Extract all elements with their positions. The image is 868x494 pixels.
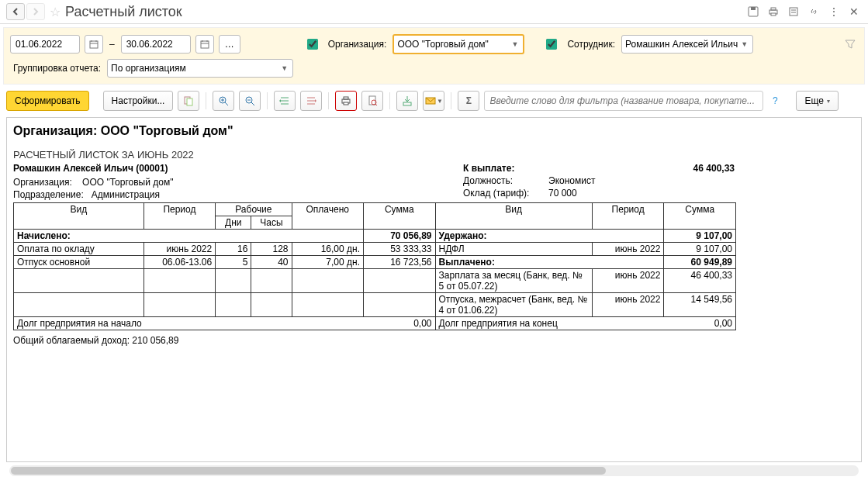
emp-filter-checkbox[interactable] (546, 39, 557, 50)
chevron-down-icon: ▾ (827, 98, 830, 105)
svg-rect-17 (187, 98, 192, 105)
report-org-header: Организация: ООО "Торговый дом" (13, 124, 855, 138)
save-icon[interactable] (745, 4, 761, 19)
org-filter-checkbox[interactable] (307, 39, 318, 50)
accrued-total: 70 056,89 (364, 230, 436, 243)
debt-start-value: 0,00 (364, 317, 436, 330)
print-button[interactable] (335, 91, 357, 111)
position-value: Экономист (548, 174, 595, 187)
table-row: Отпуска, межрасчет (Банк, вед. № 4 от 01… (14, 293, 736, 317)
email-button[interactable]: ▼ (423, 91, 444, 111)
table-row: Оплата по окладу июнь 2022 16 128 16,00 … (14, 243, 736, 256)
link-icon[interactable] (806, 4, 821, 19)
taxable-income: Общий облагаемый доход: 210 056,89 (13, 335, 855, 346)
favorite-icon[interactable]: ☆ (50, 5, 61, 19)
svg-rect-4 (771, 13, 776, 16)
accrued-label: Начислено: (14, 230, 364, 243)
debt-start-label: Долг предприятия на начало (14, 317, 364, 330)
grouping-value: По организациям (111, 63, 279, 74)
copy-settings-button[interactable] (178, 91, 199, 111)
position-label: Должность: (463, 174, 548, 187)
emp-select-value: Ромашкин Алексей Ильич (625, 39, 739, 50)
meta-org-label: Организация: (13, 177, 72, 188)
org-select[interactable]: ООО "Торговый дом" ▼ (393, 34, 524, 54)
th-workdays: Рабочие (216, 203, 292, 216)
date-to-input[interactable] (121, 35, 191, 54)
funnel-icon[interactable] (842, 36, 858, 52)
close-icon[interactable]: ✕ (846, 4, 862, 19)
more-button-label: Еще (804, 95, 823, 106)
nav-back-button[interactable] (6, 3, 25, 20)
date-from-input[interactable] (10, 35, 80, 54)
grouping-select[interactable]: По организациям ▼ (107, 59, 293, 78)
zoom-in-button[interactable] (213, 91, 234, 111)
meta-org-value: ООО "Торговый дом" (82, 177, 173, 188)
paid-label: Выплачено: (435, 256, 664, 269)
help-icon[interactable]: ? (768, 95, 782, 106)
svg-rect-33 (344, 102, 348, 105)
search-input[interactable] (484, 91, 763, 111)
topay-label: К выплате: (463, 162, 514, 174)
table-row: Отпуск основной 06.06-13.06 5 40 7,00 дн… (14, 256, 736, 269)
th-period-right: Период (592, 203, 664, 230)
slip-period-title: РАСЧЕТНЫЙ ЛИСТОК ЗА ИЮНЬ 2022 (13, 149, 855, 161)
settings-button[interactable]: Настройки... (103, 91, 174, 111)
topay-value: 46 400,33 (693, 162, 742, 174)
print-icon[interactable] (766, 4, 781, 19)
th-sum-left: Сумма (364, 203, 436, 230)
date-to-calendar-button[interactable] (195, 35, 214, 54)
paid-total: 60 949,89 (664, 256, 736, 269)
toolbar: Сформировать Настройки... ▼ Σ ? Еще ▾ (0, 88, 868, 114)
more-button[interactable]: Еще ▾ (796, 91, 838, 111)
emp-select[interactable]: Ромашкин Алексей Ильич ▼ (621, 35, 753, 54)
sum-button[interactable]: Σ (458, 91, 479, 111)
chevron-down-icon: ▼ (739, 40, 749, 48)
save-file-button[interactable] (396, 91, 418, 111)
filter-panel: – … Организация: ООО "Торговый дом" ▼ Со… (3, 27, 865, 85)
grouping-label: Группировка отчета: (13, 63, 101, 74)
org-select-value: ООО "Торговый дом" (397, 39, 510, 50)
th-hours: Часы (251, 216, 292, 230)
chevron-down-icon: ▼ (510, 40, 520, 48)
horizontal-scrollbar[interactable] (9, 465, 859, 476)
chevron-down-icon: ▼ (437, 98, 443, 105)
page-title: Расчетный листок (65, 4, 745, 20)
th-paid: Оплачено (292, 203, 364, 230)
meta-dep-value: Администрация (92, 189, 160, 200)
th-period-left: Период (144, 203, 216, 230)
svg-rect-32 (344, 97, 348, 99)
zoom-out-button[interactable] (239, 91, 261, 111)
table-row: Долг предприятия на начало 0,00 Долг пре… (14, 317, 736, 330)
th-sum-right: Сумма (664, 203, 736, 230)
svg-rect-12 (201, 41, 209, 48)
expand-groups-button[interactable] (274, 91, 296, 111)
org-filter-label: Организация: (328, 39, 387, 50)
th-vid-right: Вид (435, 203, 592, 230)
scrollbar-thumb[interactable] (11, 467, 606, 475)
th-vid-left: Вид (14, 203, 144, 230)
report-icon[interactable] (786, 4, 801, 19)
date-range-picker-button[interactable]: … (219, 35, 240, 54)
nav-forward-button[interactable] (26, 3, 45, 20)
emp-filter-label: Сотрудник: (567, 39, 615, 50)
svg-rect-8 (90, 41, 98, 48)
report-area: Организация: ООО "Торговый дом" РАСЧЕТНЫ… (6, 117, 862, 462)
salary-label: Оклад (тариф): (463, 187, 548, 199)
generate-button[interactable]: Сформировать (6, 91, 89, 111)
salary-value: 70 000 (548, 187, 577, 199)
date-from-calendar-button[interactable] (85, 35, 103, 54)
withheld-label: Удержано: (435, 230, 664, 243)
preview-button[interactable] (361, 91, 383, 111)
svg-line-36 (375, 104, 377, 105)
more-vert-icon[interactable]: ⋮ (826, 4, 842, 19)
debt-end-label: Долг предприятия на конец (435, 317, 664, 330)
svg-rect-5 (790, 8, 797, 16)
svg-rect-37 (403, 102, 411, 105)
chevron-down-icon: ▼ (279, 64, 289, 72)
debt-end-value: 0,00 (664, 317, 736, 330)
collapse-groups-button[interactable] (300, 91, 322, 111)
withheld-total: 9 107,00 (664, 230, 736, 243)
payslip-table: Вид Период Рабочие Оплачено Сумма Вид Пе… (13, 202, 736, 330)
settings-button-label: Настройки... (112, 95, 165, 106)
svg-rect-1 (751, 7, 756, 10)
